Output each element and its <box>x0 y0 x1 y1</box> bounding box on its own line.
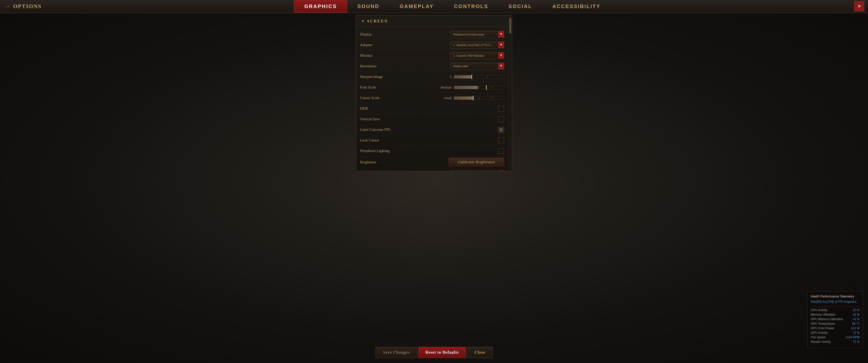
panel-content: Display Windowed (Fullscreen) ▼ Adapter … <box>356 27 512 171</box>
settings-panel: ✦ SCREEN Display Windowed (Fullscreen) ▼… <box>356 15 512 171</box>
font-scale-value: Medium <box>440 86 452 90</box>
vsync-control <box>410 116 504 122</box>
vsync-checkbox[interactable] <box>498 116 504 122</box>
telemetry-gpu-name: Intel(R) Arc(TM) A770 Graphics <box>811 300 860 303</box>
telemetry-gpu-power-value: 153 W <box>851 326 860 330</box>
font-scale-fill <box>454 86 478 89</box>
color-blind-value: Off <box>451 170 497 171</box>
cursor-scale-slider[interactable] <box>454 96 504 100</box>
cursor-scale-notch1 <box>467 97 467 99</box>
reset-defaults-button[interactable]: Reset to Defaults <box>418 347 466 358</box>
telemetry-row-gpu-temp: GPU Temperature 58 °C <box>811 322 860 325</box>
options-arrow-icon: → <box>5 3 10 9</box>
display-dropdown[interactable]: Windowed (Fullscreen) ▼ <box>451 31 504 38</box>
lock-cursor-control <box>410 137 504 143</box>
tab-graphics[interactable]: GRAPHICS <box>294 0 347 12</box>
sharpen-fill <box>454 75 471 78</box>
adapter-dropdown[interactable]: 1. Intel(R) Arc(TM) A770 Graphi… ▼ <box>451 42 504 48</box>
limit-fps-label: Limit Cutscene FPS <box>360 128 410 132</box>
telemetry-row-render: Render Activity 71 % <box>811 340 860 343</box>
telemetry-gpu-activity-label: GPU Activity <box>811 331 828 334</box>
sharpen-slider[interactable] <box>454 75 504 79</box>
sharpen-label: Sharpen Image <box>360 75 410 79</box>
telemetry-row-gpu-activity: GPU Activity 72 % <box>811 331 860 334</box>
color-blind-dropdown[interactable]: Off ▼ <box>451 170 504 171</box>
monitor-value: 1. Generic PnP Monitor <box>451 52 497 59</box>
telemetry-title: Intel® Performance Telemetry <box>811 294 860 298</box>
telemetry-divider <box>811 306 860 307</box>
cursor-scale-slider-wrapper: Small <box>444 96 504 100</box>
font-scale-notch3 <box>492 87 492 89</box>
hdr-checkbox[interactable] <box>498 106 504 112</box>
telemetry-gpu-memory-value: 42 % <box>853 318 860 321</box>
tab-social[interactable]: SOCIAL <box>498 0 542 12</box>
close-button[interactable]: Close <box>467 347 492 358</box>
limit-fps-checkbox[interactable] <box>498 127 504 133</box>
resolution-dropdown-arrow[interactable]: ▼ <box>498 63 504 69</box>
font-scale-slider[interactable] <box>454 86 504 89</box>
cursor-scale-thumb <box>473 96 474 100</box>
tab-controls[interactable]: CONTROLS <box>444 0 498 12</box>
color-blind-control: Off ▼ <box>410 170 504 171</box>
setting-row-adapter: Adapter 1. Intel(R) Arc(TM) A770 Graphi…… <box>360 40 504 51</box>
tab-sound[interactable]: SOUND <box>347 0 389 12</box>
display-value: Windowed (Fullscreen) <box>451 31 497 38</box>
sharpen-thumb <box>471 75 472 79</box>
monitor-dropdown[interactable]: 1. Generic PnP Monitor ▼ <box>451 52 504 59</box>
setting-row-resolution: Resolution 3440x1440 ▼ <box>360 61 504 72</box>
section-title: SCREEN <box>367 19 388 24</box>
calibrate-brightness-button[interactable]: Calibrate Brightness <box>448 158 504 166</box>
peripheral-control <box>410 148 504 154</box>
setting-row-lock-cursor: Lock Cursor <box>360 135 504 146</box>
tab-gameplay[interactable]: GAMEPLAY <box>390 0 444 12</box>
setting-row-cursor-scale: Cursor Scale Small <box>360 93 504 103</box>
telemetry-panel: Intel® Performance Telemetry Intel(R) Ar… <box>807 291 863 348</box>
monitor-dropdown-arrow[interactable]: ▼ <box>498 52 504 59</box>
checkbox-inner-checked <box>499 128 503 132</box>
bottom-bar: Save Changes Reset to Defaults Close <box>375 347 493 358</box>
telemetry-gpu-temp-value: 58 °C <box>852 322 860 325</box>
save-changes-button[interactable]: Save Changes <box>375 347 417 358</box>
window-close-button[interactable]: ✕ <box>854 1 864 11</box>
resolution-control: 3440x1440 ▼ <box>410 63 504 70</box>
vsync-label: Vertical Sync <box>360 117 410 121</box>
topbar: → OPTIONS GRAPHICS SOUND GAMEPLAY CONTRO… <box>0 0 868 13</box>
brightness-control: Calibrate Brightness <box>410 158 504 166</box>
color-blind-arrow[interactable]: ▼ <box>498 170 504 171</box>
telemetry-gpu-power-label: GPU Core Power <box>811 326 834 330</box>
lock-cursor-label: Lock Cursor <box>360 138 410 142</box>
setting-row-monitor: Monitor 1. Generic PnP Monitor ▼ <box>360 51 504 61</box>
sharpen-control: 6 <box>410 75 504 79</box>
display-label: Display <box>360 32 410 37</box>
options-label: OPTIONS <box>13 3 42 9</box>
telemetry-memory-label: Memory Utilization <box>811 313 836 317</box>
lock-cursor-checkbox[interactable] <box>498 137 504 143</box>
monitor-label: Monitor <box>360 54 410 58</box>
cursor-scale-fill <box>454 97 473 100</box>
hdr-label: HDR <box>360 106 410 111</box>
setting-row-display: Display Windowed (Fullscreen) ▼ <box>360 29 504 40</box>
telemetry-render-value: 71 % <box>853 340 860 343</box>
sharpen-slider-wrapper: 6 <box>444 75 504 79</box>
options-header: → OPTIONS <box>0 3 51 9</box>
peripheral-checkbox[interactable] <box>498 148 504 154</box>
telemetry-row-cpu: CPU Activity 10 % <box>811 308 860 312</box>
sharpen-value: 6 <box>444 75 452 79</box>
telemetry-cpu-value: 10 % <box>853 308 860 312</box>
adapter-dropdown-arrow[interactable]: ▼ <box>498 42 504 48</box>
adapter-label: Adapter <box>360 43 410 47</box>
setting-row-peripheral: Peripheral Lighting <box>360 146 504 156</box>
display-dropdown-arrow[interactable]: ▼ <box>498 31 504 38</box>
resolution-label: Resolution <box>360 64 410 68</box>
cursor-scale-value: Small <box>444 96 452 100</box>
font-scale-notch1 <box>467 87 467 89</box>
setting-row-sharpen: Sharpen Image 6 <box>360 72 504 82</box>
tab-accessibility[interactable]: ACCESSIBILITY <box>542 0 611 12</box>
setting-row-brightness: Brightness Calibrate Brightness <box>360 156 504 168</box>
cursor-scale-label: Cursor Scale <box>360 96 410 100</box>
brightness-label: Brightness <box>360 160 410 164</box>
font-scale-slider-wrapper: Medium <box>440 86 504 90</box>
display-control: Windowed (Fullscreen) ▼ <box>410 31 504 38</box>
resolution-dropdown[interactable]: 3440x1440 ▼ <box>451 63 504 70</box>
telemetry-row-gpu-memory: GPU Memory Utilization 42 % <box>811 318 860 321</box>
